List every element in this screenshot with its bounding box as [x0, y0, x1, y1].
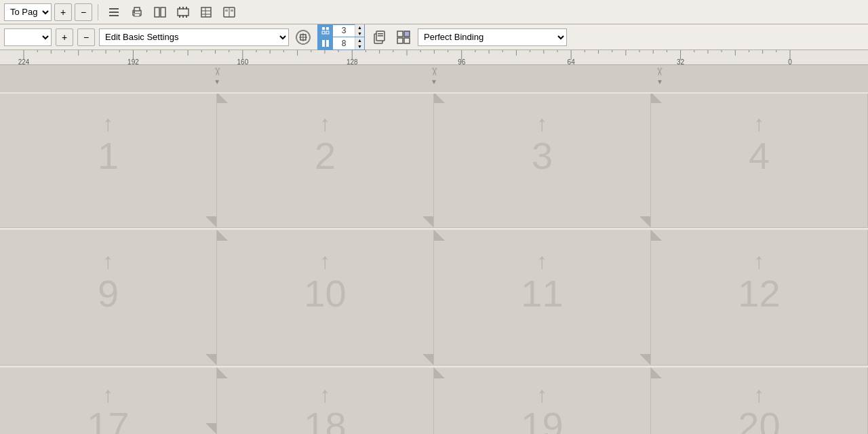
remove-page-button[interactable]: − — [75, 3, 92, 21]
ruler-canvas — [0, 50, 868, 65]
page-12-number: 12 — [738, 275, 780, 313]
rows-cols-input[interactable]: 3 ▲ ▼ 8 ▲ ▼ — [317, 24, 365, 50]
grid-toggle-button[interactable] — [393, 27, 414, 47]
corner-fold-10-tl — [217, 230, 228, 241]
page-cell-12[interactable]: ↑ 12 — [651, 230, 868, 366]
filmstrip-button[interactable] — [173, 2, 193, 22]
svg-rect-10 — [179, 7, 180, 9]
svg-rect-31 — [326, 31, 329, 34]
filmstrip-icon — [177, 6, 189, 18]
copy-button[interactable] — [369, 27, 389, 47]
page-10-number: 10 — [304, 275, 346, 313]
corner-fold-3-tl — [434, 92, 445, 103]
corner-fold-3-br — [639, 216, 650, 227]
cols-icon — [318, 37, 333, 50]
corner-fold-11-tl — [434, 230, 445, 241]
page-cell-10[interactable]: ↑ 10 — [217, 230, 434, 366]
svg-rect-39 — [404, 31, 410, 37]
svg-rect-6 — [134, 12, 135, 13]
svg-rect-4 — [134, 7, 140, 11]
cols-down-button[interactable]: ▼ — [355, 43, 364, 50]
canvas-area: ✂ ▼ ✂ ▼ ✂ ▼ ↑ 1 ↑ 2 — [0, 65, 868, 434]
page-cell-2[interactable]: ↑ 2 — [217, 92, 434, 228]
page-cell-19[interactable]: ↑ 19 — [434, 368, 651, 434]
row-divider-1-2 — [0, 228, 868, 230]
print-button[interactable] — [127, 2, 147, 22]
svg-rect-1 — [109, 12, 119, 13]
page-18-number: 18 — [304, 407, 346, 434]
page-cell-3[interactable]: ↑ 3 — [434, 92, 651, 228]
corner-fold-10-br — [422, 354, 433, 365]
divider-1 — [98, 4, 98, 20]
svg-rect-28 — [322, 27, 325, 30]
svg-rect-0 — [109, 8, 119, 9]
rows-spinner[interactable]: ▲ ▼ — [355, 24, 364, 37]
zoom-out-button[interactable]: − — [77, 28, 95, 46]
svg-rect-8 — [161, 7, 165, 17]
page-cell-18[interactable]: ↑ 18 — [217, 368, 434, 434]
svg-rect-2 — [109, 15, 119, 16]
page-cell-1[interactable]: ↑ 1 — [0, 92, 217, 228]
scissors-icon-3: ✂ — [653, 67, 666, 76]
page-3-number: 3 — [532, 137, 553, 175]
page-layout-button[interactable] — [150, 2, 170, 22]
page-12-arrow: ↑ — [754, 250, 765, 272]
page-cell-4[interactable]: ↑ 4 — [651, 92, 868, 228]
copy-icon — [372, 30, 387, 45]
page-cell-20[interactable]: ↑ 20 — [651, 368, 868, 434]
booklet-button[interactable] — [219, 2, 239, 22]
svg-rect-30 — [322, 31, 325, 34]
binding-dropdown[interactable]: Perfect Binding Saddle Stitch Spiral Bin… — [418, 28, 567, 46]
svg-rect-38 — [397, 31, 403, 37]
page-20-number: 20 — [738, 407, 780, 434]
page-mode-dropdown[interactable]: To Page To Spread To Sheet — [4, 3, 52, 21]
svg-rect-14 — [182, 15, 184, 18]
page-17-arrow: ↑ — [103, 384, 114, 406]
svg-rect-5 — [134, 14, 140, 16]
page-row-2: ↑ 9 ↑ 10 ↑ 11 ↑ 12 — [0, 230, 868, 366]
rows-down-button[interactable]: ▼ — [355, 31, 364, 37]
page-3-arrow: ↑ — [537, 113, 548, 134]
rows-up-button[interactable]: ▲ — [355, 24, 364, 31]
page-cell-11[interactable]: ↑ 11 — [434, 230, 651, 366]
corner-fold-11-br — [639, 354, 650, 365]
zoom-dropdown[interactable]: 25% 50% 75% 100% 150% 200% — [4, 28, 52, 46]
list-view-button[interactable] — [104, 2, 124, 22]
cols-row: 8 ▲ ▼ — [318, 37, 364, 50]
imposition-button[interactable] — [293, 27, 313, 47]
fold-line-top — [0, 92, 868, 94]
svg-rect-7 — [155, 7, 159, 17]
toolbar-row-2: 25% 50% 75% 100% 150% 200% + − Edit Basi… — [0, 24, 868, 50]
cols-spinner[interactable]: ▲ ▼ — [355, 37, 364, 50]
svg-rect-9 — [178, 9, 189, 16]
page-11-number: 11 — [521, 275, 563, 313]
svg-rect-36 — [378, 33, 383, 35]
page-cell-9[interactable]: ↑ 9 — [0, 230, 217, 366]
cols-value: 8 — [333, 39, 355, 48]
page-10-arrow: ↑ — [320, 250, 331, 272]
page-11-arrow: ↑ — [537, 250, 548, 272]
page-2-arrow: ↑ — [320, 113, 331, 134]
page-18-arrow: ↑ — [320, 384, 331, 406]
rows-icon — [318, 25, 333, 37]
add-page-button[interactable]: + — [54, 3, 72, 21]
corner-fold-2-tl — [217, 92, 228, 103]
svg-rect-15 — [186, 15, 187, 18]
scissors-icon-2: ✂ — [428, 67, 441, 76]
scissor-marker-1: ✂ ▼ — [213, 65, 222, 85]
page-row-3: ↑ 17 ↑ 18 ↑ 19 ↑ 20 — [0, 368, 868, 434]
page-cell-17[interactable]: ↑ 17 — [0, 368, 217, 434]
page-9-arrow: ↑ — [103, 250, 114, 272]
svg-rect-12 — [186, 7, 187, 9]
page-20-arrow: ↑ — [754, 384, 765, 406]
outline-button[interactable] — [196, 2, 216, 22]
page-4-number: 4 — [749, 137, 770, 175]
cols-up-button[interactable]: ▲ — [355, 37, 364, 43]
list-icon — [108, 6, 120, 18]
zoom-in-button[interactable]: + — [56, 28, 73, 46]
page-1-number: 1 — [98, 137, 119, 175]
ruler — [0, 50, 868, 65]
edit-settings-dropdown[interactable]: Edit Basic Settings — [99, 28, 289, 46]
svg-rect-41 — [404, 38, 410, 43]
corner-fold-20-tl — [651, 368, 662, 378]
